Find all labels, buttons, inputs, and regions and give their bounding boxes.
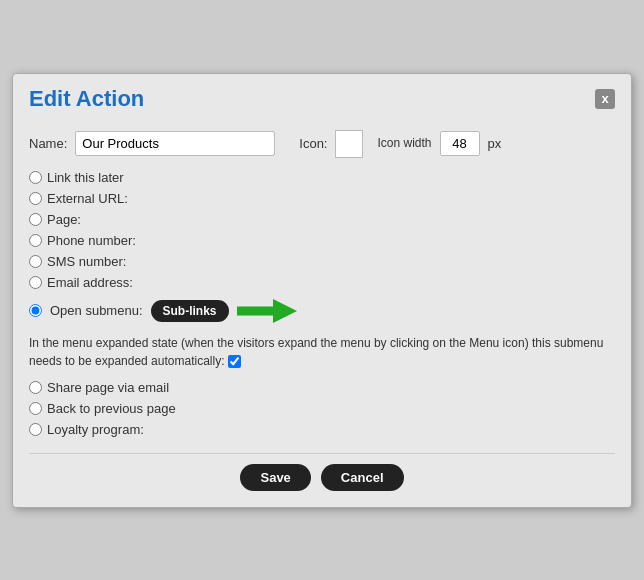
radio-share-page: Share page via email bbox=[29, 380, 615, 395]
radio-back-previous-input[interactable] bbox=[29, 402, 42, 415]
dialog-header: Edit Action x bbox=[13, 74, 631, 120]
radio-link-later-label[interactable]: Link this later bbox=[47, 170, 124, 185]
icon-width-label: Icon width bbox=[377, 136, 431, 150]
expanded-note: In the menu expanded state (when the vis… bbox=[29, 334, 615, 370]
radio-group-2: Share page via email Back to previous pa… bbox=[29, 380, 615, 437]
radio-email-input[interactable] bbox=[29, 276, 42, 289]
radio-group-1: Link this later External URL: Page: Phon… bbox=[29, 170, 615, 326]
sublinks-button[interactable]: Sub-links bbox=[151, 300, 229, 322]
radio-link-later-input[interactable] bbox=[29, 171, 42, 184]
expanded-checkbox[interactable] bbox=[228, 355, 241, 368]
save-button[interactable]: Save bbox=[240, 464, 310, 491]
radio-loyalty-input[interactable] bbox=[29, 423, 42, 436]
radio-link-later: Link this later bbox=[29, 170, 615, 185]
radio-submenu-row: Open submenu: Sub-links bbox=[29, 296, 615, 326]
footer-row: Save Cancel bbox=[29, 453, 615, 491]
radio-back-previous: Back to previous page bbox=[29, 401, 615, 416]
dialog-body: Name: Icon: Icon width px Link this late… bbox=[13, 120, 631, 507]
radio-submenu-input[interactable] bbox=[29, 304, 42, 317]
icon-label: Icon: bbox=[299, 136, 327, 151]
px-label: px bbox=[488, 136, 502, 151]
radio-external-url-input[interactable] bbox=[29, 192, 42, 205]
cancel-button[interactable]: Cancel bbox=[321, 464, 404, 491]
close-button[interactable]: x bbox=[595, 89, 615, 109]
radio-phone: Phone number: bbox=[29, 233, 615, 248]
radio-phone-label[interactable]: Phone number: bbox=[47, 233, 136, 248]
radio-submenu-label[interactable]: Open submenu: bbox=[50, 303, 143, 318]
svg-marker-0 bbox=[237, 299, 297, 323]
radio-loyalty-label[interactable]: Loyalty program: bbox=[47, 422, 144, 437]
radio-loyalty: Loyalty program: bbox=[29, 422, 615, 437]
icon-width-wrap: Icon width bbox=[371, 136, 431, 150]
radio-share-page-label[interactable]: Share page via email bbox=[47, 380, 169, 395]
radio-external-url-label[interactable]: External URL: bbox=[47, 191, 128, 206]
radio-email: Email address: bbox=[29, 275, 615, 290]
radio-share-page-input[interactable] bbox=[29, 381, 42, 394]
radio-phone-input[interactable] bbox=[29, 234, 42, 247]
name-input[interactable] bbox=[75, 131, 275, 156]
radio-email-label[interactable]: Email address: bbox=[47, 275, 133, 290]
dialog-title: Edit Action bbox=[29, 86, 144, 112]
radio-sms: SMS number: bbox=[29, 254, 615, 269]
radio-page-label[interactable]: Page: bbox=[47, 212, 81, 227]
edit-action-dialog: Edit Action x Name: Icon: Icon width px … bbox=[12, 73, 632, 508]
radio-page-input[interactable] bbox=[29, 213, 42, 226]
name-row: Name: Icon: Icon width px bbox=[29, 130, 615, 158]
radio-external-url: External URL: bbox=[29, 191, 615, 206]
radio-page: Page: bbox=[29, 212, 615, 227]
radio-sms-label[interactable]: SMS number: bbox=[47, 254, 126, 269]
name-label: Name: bbox=[29, 136, 67, 151]
radio-sms-input[interactable] bbox=[29, 255, 42, 268]
icon-box[interactable] bbox=[335, 130, 363, 158]
green-arrow-icon bbox=[237, 296, 297, 326]
icon-width-input[interactable] bbox=[440, 131, 480, 156]
radio-back-previous-label[interactable]: Back to previous page bbox=[47, 401, 176, 416]
